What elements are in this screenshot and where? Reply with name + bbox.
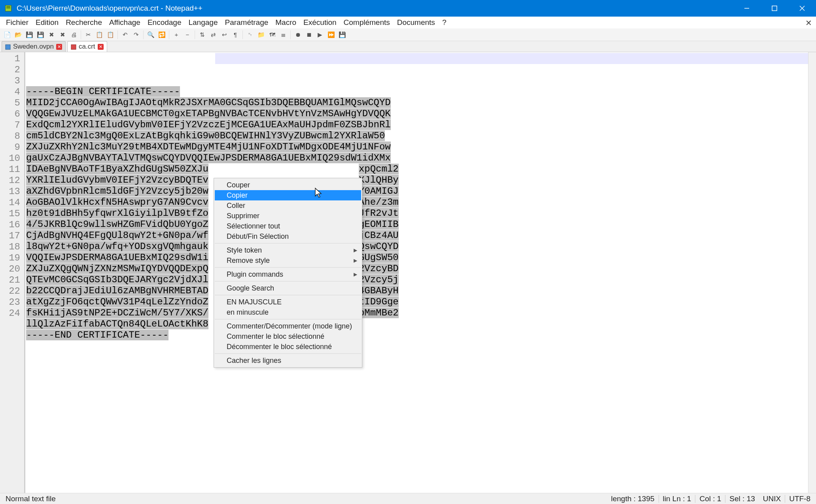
save-macro-icon[interactable]: 💾 bbox=[337, 30, 347, 40]
find-icon[interactable]: 🔍 bbox=[146, 30, 155, 40]
show-all-chars-icon[interactable]: ¶ bbox=[231, 30, 240, 40]
context-menu-item[interactable]: Copier bbox=[215, 190, 361, 200]
text-line[interactable]: VQQIEwJPSDERMA8GA1UEBxMIQ29sdW1iGUgSW50 bbox=[25, 252, 808, 263]
text-line[interactable]: atXgZzjFO6qctQWwV31P4qLelZzYndoZtID9Gge bbox=[25, 296, 808, 308]
menu-execution[interactable]: Exécution bbox=[300, 17, 340, 28]
replace-icon[interactable]: 🔁 bbox=[157, 30, 167, 40]
context-menu-item[interactable]: Style token▶ bbox=[215, 245, 361, 255]
context-menu-item[interactable]: en minuscule bbox=[215, 307, 361, 317]
new-file-icon[interactable]: 📄 bbox=[2, 30, 12, 40]
context-menu-item[interactable]: Coller bbox=[215, 200, 361, 211]
undo-icon[interactable]: ↶ bbox=[120, 30, 130, 40]
minimize-button[interactable] bbox=[733, 0, 761, 17]
text-line[interactable]: AoGBAOlVlkHcxfN5HAswpryG7AN9CvcvAhe/z3m bbox=[25, 197, 808, 208]
menu-edition[interactable]: Edition bbox=[32, 17, 62, 28]
text-line[interactable]: l8qwY2t+GN0pa/wfq+YODsxgVQmhgaukQswCQYD bbox=[25, 241, 808, 252]
menu-parametrage[interactable]: Paramétrage bbox=[221, 17, 272, 28]
menu-fichier[interactable]: Fichier bbox=[2, 17, 32, 28]
context-menu-item[interactable]: Commenter le bloc sélectionné bbox=[215, 331, 361, 342]
menu-documents[interactable]: Documents bbox=[394, 17, 439, 28]
print-icon[interactable]: 🖨 bbox=[69, 30, 78, 40]
close-tab-icon[interactable]: ✕ bbox=[98, 44, 104, 50]
save-all-icon[interactable]: 💾 bbox=[36, 30, 45, 40]
context-menu-item[interactable]: Commenter/Décommenter (mode ligne) bbox=[215, 321, 361, 331]
zoom-in-icon[interactable]: + bbox=[172, 30, 181, 40]
close-button[interactable] bbox=[788, 0, 816, 17]
context-menu-item[interactable]: Supprimer bbox=[215, 211, 361, 221]
context-menu-item[interactable]: Décommenter le bloc sélectionné bbox=[215, 342, 361, 352]
line-number: 11 bbox=[0, 164, 24, 175]
copy-icon[interactable]: 📋 bbox=[95, 30, 104, 40]
tab-ca-crt[interactable]: ca.crt ✕ bbox=[67, 41, 107, 52]
save-state-icon bbox=[71, 44, 76, 49]
text-line[interactable]: fsKHi1jAS9tNP2E+DCZiWcM/5Y7/XKS/bMmMBe2 bbox=[25, 308, 808, 319]
text-line[interactable]: CjAdBgNVHQ4EFgQUl8qwY2t+GN0pa/wfjCBz4AU bbox=[25, 230, 808, 241]
tab-sweden[interactable]: Sweden.ovpn ✕ bbox=[2, 41, 66, 52]
text-line[interactable]: IDAeBgNVBAoTF1ByaXZhdGUgSW50ZXJuxpQcml2 bbox=[25, 164, 808, 175]
close-tab-icon[interactable]: ✕ bbox=[56, 44, 62, 50]
text-line[interactable]: ZXJuZXRhY2Nlc3MuY29tMB4XDTEwMDgyMTE4MjU1… bbox=[25, 142, 808, 153]
text-line[interactable]: hz0t91dBHh5yfqwrXlGiyilplVB9tfZoJfR2vJt bbox=[25, 208, 808, 219]
line-number: 22 bbox=[0, 285, 24, 296]
toolbar: 📄📂💾💾✖✖🖨✂📋📋↶↷🔍🔁+−⇅⇄↩¶␉📁🗺≣⏺⏹▶⏩💾 bbox=[0, 28, 816, 41]
vertical-scrollbar[interactable] bbox=[808, 52, 816, 493]
menu-langage[interactable]: Langage bbox=[185, 17, 221, 28]
text-line[interactable]: -----BEGIN CERTIFICATE----- bbox=[25, 86, 808, 97]
text-line[interactable]: cm5ldCBY2Nlc3MgQ0ExLzAtBgkqhkiG9w0BCQEWI… bbox=[25, 130, 808, 142]
text-line[interactable]: ExdQcml2YXRlIEludGVybmV0IEFjY2VzczEjMCEG… bbox=[25, 119, 808, 130]
text-line[interactable]: YXRlIEludGVybmV0IEFjY2VzcyBDQTEvXJlQHBy bbox=[25, 175, 808, 186]
play-macro-icon[interactable]: ▶ bbox=[315, 30, 325, 40]
line-number: 2 bbox=[0, 64, 24, 75]
text-line[interactable]: b22CCQDrajJEdiUl6zAMBgNVHRMEBTAD4GBAByH bbox=[25, 285, 808, 296]
text-line[interactable]: 4/5JKRBlQc9wllswHZGmFVidQbU0YgoZgEOMIIB bbox=[25, 219, 808, 230]
close-icon[interactable]: ✖ bbox=[47, 30, 56, 40]
indent-guide-icon[interactable]: ␉ bbox=[245, 30, 255, 40]
text-line[interactable]: gaUxCzAJBgNVBAYTAlVTMQswCQYDVQQIEwJPSDER… bbox=[25, 153, 808, 164]
context-menu-item[interactable]: Début/Fin Sélection bbox=[215, 231, 361, 242]
save-icon[interactable]: 💾 bbox=[25, 30, 34, 40]
menu-help[interactable]: ? bbox=[439, 17, 450, 28]
sync-h-icon[interactable]: ⇄ bbox=[208, 30, 218, 40]
text-line[interactable]: MIID2jCCA0OgAwIBAgIJAOtqMkR2JSXrMA0GCSqG… bbox=[25, 97, 808, 108]
menu-recherche[interactable]: Recherche bbox=[62, 17, 106, 28]
menu-affichage[interactable]: Affichage bbox=[106, 17, 144, 28]
line-number: 5 bbox=[0, 97, 24, 108]
folder-as-workspace-icon[interactable]: 📁 bbox=[256, 30, 266, 40]
zoom-out-icon[interactable]: − bbox=[183, 30, 192, 40]
maximize-button[interactable] bbox=[761, 0, 788, 17]
sync-v-icon[interactable]: ⇅ bbox=[197, 30, 207, 40]
menubar-close-doc[interactable]: ✕ bbox=[805, 18, 812, 28]
play-multi-icon[interactable]: ⏩ bbox=[326, 30, 336, 40]
context-menu-item[interactable]: Remove style▶ bbox=[215, 255, 361, 266]
text-line[interactable]: -----END CERTIFICATE----- bbox=[25, 330, 808, 341]
editor[interactable]: 123456789101112131415161718192021222324 … bbox=[0, 52, 816, 493]
cut-icon[interactable]: ✂ bbox=[83, 30, 93, 40]
menu-complements[interactable]: Compléments bbox=[340, 17, 394, 28]
redo-icon[interactable]: ↷ bbox=[131, 30, 141, 40]
paste-icon[interactable]: 📋 bbox=[106, 30, 115, 40]
text-area[interactable]: -----BEGIN CERTIFICATE-----MIID2jCCA0OgA… bbox=[25, 52, 808, 493]
doc-map-icon[interactable]: 🗺 bbox=[267, 30, 277, 40]
text-line[interactable]: aXZhdGVpbnRlcm5ldGFjY2Vzcy5jb20wY0AMIGJ bbox=[25, 186, 808, 197]
stop-macro-icon[interactable]: ⏹ bbox=[304, 30, 314, 40]
menu-macro[interactable]: Macro bbox=[272, 17, 300, 28]
func-list-icon[interactable]: ≣ bbox=[278, 30, 288, 40]
record-macro-icon[interactable]: ⏺ bbox=[293, 30, 303, 40]
context-menu-item[interactable]: Couper bbox=[215, 180, 361, 190]
context-menu-item[interactable]: Sélectionner tout bbox=[215, 221, 361, 231]
context-menu-item[interactable]: Plugin commands▶ bbox=[215, 269, 361, 279]
menu-encodage[interactable]: Encodage bbox=[144, 17, 185, 28]
status-eol: UNIX bbox=[759, 495, 785, 503]
close-all-icon[interactable]: ✖ bbox=[58, 30, 67, 40]
line-number: 17 bbox=[0, 230, 24, 241]
text-line[interactable]: VQQGEwJVUzELMAkGA1UECBMCT0gxETAPBgNVBAcT… bbox=[25, 108, 808, 119]
text-line[interactable]: ZXJuZXQgQWNjZXNzMSMwIQYDVQQDExpQ2VzcyBD bbox=[25, 263, 808, 274]
context-menu-item[interactable]: EN MAJUSCULE bbox=[215, 297, 361, 307]
wrap-icon[interactable]: ↩ bbox=[220, 30, 229, 40]
context-menu-item[interactable]: Cacher les lignes bbox=[215, 355, 361, 366]
text-line[interactable] bbox=[25, 341, 808, 352]
text-line[interactable]: QTEvMC0GCSqGSIb3DQEJARYgc2VjdXJl2Vzcy5j bbox=[25, 274, 808, 285]
open-file-icon[interactable]: 📂 bbox=[13, 30, 23, 40]
text-line[interactable]: llQlzAzFiIfabACTQn84QLeLOActKhK8 bbox=[25, 319, 808, 330]
context-menu-item[interactable]: Google Search bbox=[215, 283, 361, 293]
